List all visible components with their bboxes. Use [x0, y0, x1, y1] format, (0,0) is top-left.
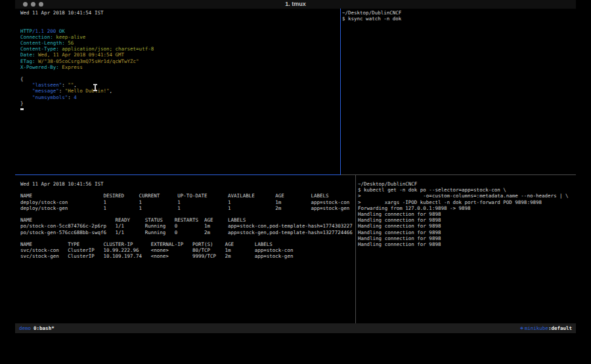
terminal-line: Handling connection for 9898 — [358, 230, 573, 235]
active-window-name[interactable]: 0:bash* — [33, 325, 55, 331]
terminal-line: Forwarding from 127.0.0.1:9898 -> 9898 — [358, 205, 573, 211]
text-segment: $ ksync watch -n dok — [342, 16, 401, 22]
terminal-line: Date: Wed, 11 Apr 2018 09:41:54 GMT — [20, 52, 336, 58]
text-segment: Forwarding from 127.0.0.1:9898 -> 9898 — [358, 205, 471, 211]
terminal-line — [20, 22, 336, 28]
text-segment: ~/Desktop/DublinCNCF — [358, 181, 417, 187]
pane-divider-horizontal-left[interactable] — [15, 174, 341, 175]
text-segment: : — [68, 94, 74, 100]
terminal-line: Content-Length: 56 — [20, 40, 336, 46]
terminal-line: svc/stock-con ClusterIP 10.99.222.96 <no… — [20, 247, 352, 253]
session-name: demo — [19, 325, 31, 331]
terminal-line: $ ksync watch -n dok — [342, 16, 572, 22]
text-segment: Handling connection for 9898 — [358, 217, 441, 223]
kube-context: minikube — [525, 325, 548, 331]
tmux-status-bar: demo 0:bash* ☸ minikube :default — [15, 323, 576, 333]
terminal-line: $ kubectl get -n dok po --selector=app=s… — [358, 187, 573, 193]
text-segment: Handling connection for 9898 — [358, 223, 441, 229]
text-segment: X-Powered-By: — [20, 64, 59, 70]
terminal-line: deploy/stock-con 1 1 1 1 1m app=stock-co… — [20, 199, 352, 205]
terminal-line — [20, 70, 336, 76]
text-segment: Wed 11 Apr 2018 10:41:54 IST — [20, 10, 103, 16]
terminal-line — [20, 211, 352, 217]
text-segment: , — [74, 82, 77, 88]
text-segment: svc/stock-gen ClusterIP 10.109.197.74 <n… — [20, 253, 293, 259]
kubernetes-helm-icon: ☸ — [520, 325, 523, 331]
text-segment: , — [109, 88, 112, 94]
terminal-line: Handling connection for 9898 — [358, 223, 573, 229]
terminal-line: svc/stock-gen ClusterIP 10.109.197.74 <n… — [20, 253, 352, 259]
terminal-line: ~/Desktop/DublinCNCF — [342, 10, 572, 16]
text-segment: "lastseen" — [20, 82, 62, 88]
text-segment: Wed 11 Apr 2018 10:41:56 IST — [20, 181, 103, 187]
pane-http-response[interactable]: Wed 11 Apr 2018 10:41:54 IST HTTP/1.1 20… — [20, 10, 336, 167]
terminal-line: ~/Desktop/DublinCNCF — [358, 181, 573, 187]
terminal-line: ETag: W/"38-05coCsrg3mQ75sHr1d/qcWTwYZc" — [20, 58, 336, 64]
terminal-block-cursor — [20, 108, 24, 110]
text-segment: Content-Length: — [20, 40, 65, 46]
pane-divider-horizontal-right[interactable] — [341, 174, 576, 175]
text-segment: > -o=custom-columns=:metadata.name --no-… — [358, 193, 569, 199]
text-segment: "numsymbols" — [20, 94, 68, 100]
text-segment: Handling connection for 9898 — [358, 235, 441, 241]
window-title: 1. tmux — [15, 1, 576, 7]
text-segment: $ kubectl get -n dok po --selector=app=s… — [358, 187, 506, 193]
text-segment: Handling connection for 9898 — [358, 241, 441, 247]
text-segment: { — [20, 76, 24, 82]
text-segment: HTTP — [20, 28, 32, 34]
pane-kubectl-resources[interactable]: Wed 11 Apr 2018 10:41:56 IST NAME DESIRE… — [20, 181, 352, 319]
terminal-line: po/stock-con-5cc874766c-2p6rp 1/1 Runnin… — [20, 223, 352, 229]
terminal-line: Connection: keep-alive — [20, 34, 336, 40]
text-segment: NAME TYPE CLUSTER-IP EXTERNAL-IP PORT(S)… — [20, 241, 273, 247]
text-segment: deploy/stock-gen 1 1 1 1 2m app=stock-ge… — [20, 205, 349, 211]
tmux-terminal-window: 1. tmux Wed 11 Apr 2018 10:41:54 IST HTT… — [15, 0, 576, 333]
pane-divider-vertical-bottom[interactable] — [355, 175, 356, 323]
text-segment: NAME READY STATUS RESTARTS AGE LABELS — [20, 217, 246, 223]
terminal-line: HTTP/1.1 200 OK — [20, 28, 336, 34]
terminal-line: > xargs -IPOD kubectl -n dok port-forwar… — [358, 199, 573, 205]
terminal-line: "numsymbols": 4 — [20, 94, 336, 100]
text-segment: Wed, 11 Apr 2018 09:41:54 GMT — [35, 52, 124, 58]
text-segment: Date: — [20, 52, 35, 58]
text-segment: application/json; charset=utf-8 — [59, 46, 154, 52]
text-segment: } — [20, 100, 24, 106]
terminal-line: Handling connection for 9898 — [358, 217, 573, 223]
text-segment: "" — [68, 82, 74, 88]
pane-divider-vertical-top[interactable] — [340, 9, 341, 174]
terminal-line: } — [20, 100, 336, 106]
text-segment: : — [59, 88, 65, 94]
terminal-line: "message": "Hello Dublin!", — [20, 88, 336, 94]
text-segment: svc/stock-con ClusterIP 10.99.222.96 <no… — [20, 247, 293, 253]
terminal-line: po/stock-gen-576cc688bb-swqf6 1/1 Runnin… — [20, 230, 352, 235]
text-segment: po/stock-gen-576cc688bb-swqf6 1/1 Runnin… — [20, 230, 353, 235]
terminal-line: deploy/stock-gen 1 1 1 1 2m app=stock-ge… — [20, 205, 352, 211]
text-segment: : — [62, 82, 68, 88]
window-titlebar: 1. tmux — [15, 0, 576, 9]
pane-ksync-watch[interactable]: ~/Desktop/DublinCNCF$ ksync watch -n dok — [342, 10, 572, 167]
terminal-line — [20, 235, 352, 241]
text-segment: po/stock-con-5cc874766c-2p6rp 1/1 Runnin… — [20, 223, 353, 229]
terminal-line: Handling connection for 9898 — [358, 241, 573, 247]
text-segment: Connection: — [20, 34, 53, 40]
kube-namespace: :default — [548, 325, 572, 331]
terminal-line: Handling connection for 9898 — [358, 235, 573, 241]
terminal-line: "lastseen": "", — [20, 82, 336, 88]
text-segment: keep-alive — [53, 34, 86, 40]
text-segment: > xargs -IPOD kubectl -n dok port-forwar… — [358, 199, 542, 205]
terminal-line: Content-Type: application/json; charset=… — [20, 46, 336, 52]
pane-port-forward[interactable]: ~/Desktop/DublinCNCF$ kubectl get -n dok… — [358, 181, 573, 319]
text-segment: ~/Desktop/DublinCNCF — [342, 10, 401, 16]
text-segment: Handling connection for 9898 — [358, 230, 441, 235]
text-segment: "message" — [20, 88, 59, 94]
terminal-line: { — [20, 76, 336, 82]
text-segment: deploy/stock-con 1 1 1 1 1m app=stock-co… — [20, 199, 349, 205]
text-segment: W/"38-05coCsrg3mQ75sHr1d/qcWTwYZc" — [35, 58, 139, 64]
text-segment: NAME DESIRED CURRENT UP-TO-DATE AVAILABL… — [20, 193, 329, 199]
text-segment: "Hello Dublin!" — [65, 88, 110, 94]
terminal-line: Wed 11 Apr 2018 10:41:56 IST — [20, 181, 352, 187]
terminal-line: Wed 11 Apr 2018 10:41:54 IST — [20, 10, 336, 16]
text-segment: ETag: — [20, 58, 35, 64]
terminal-line: > -o=custom-columns=:metadata.name --no-… — [358, 193, 573, 199]
text-segment: 4 — [74, 94, 77, 100]
terminal-line — [20, 187, 352, 193]
